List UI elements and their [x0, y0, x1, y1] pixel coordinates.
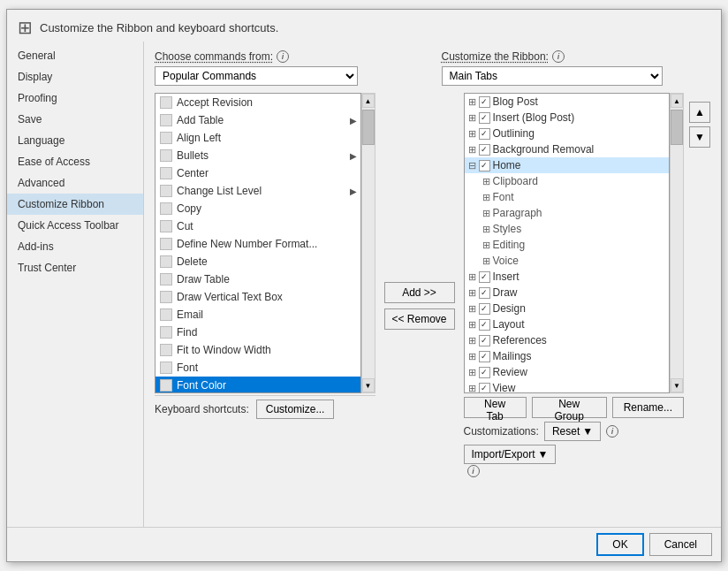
- tree-expand-icon[interactable]: ⊞: [468, 96, 477, 108]
- ribbon-tree-item[interactable]: ⊞Styles: [465, 221, 670, 237]
- command-list-item[interactable]: Accept Revision: [155, 94, 360, 111]
- import-export-info[interactable]: i: [467, 465, 480, 477]
- sidebar-item-trust-center[interactable]: Trust Center: [7, 257, 143, 278]
- new-tab-button[interactable]: New Tab: [464, 397, 527, 418]
- ribbon-tree-item[interactable]: ⊞Review: [465, 364, 670, 380]
- move-down-button[interactable]: ▼: [689, 126, 710, 148]
- tree-expand-icon[interactable]: ⊟: [468, 160, 477, 171]
- add-button[interactable]: Add >>: [384, 282, 455, 303]
- command-list-item[interactable]: Define New Number Format...: [155, 235, 360, 253]
- ribbon-scroll-down[interactable]: ▼: [671, 378, 683, 392]
- reset-button[interactable]: Reset ▼: [544, 422, 601, 441]
- sidebar-item-ease-of-access[interactable]: Ease of Access: [7, 151, 143, 172]
- move-up-button[interactable]: ▲: [689, 102, 710, 123]
- ribbon-tree-item[interactable]: ⊞Mailings: [465, 348, 670, 364]
- tree-expand-icon[interactable]: ⊞: [468, 351, 477, 362]
- ribbon-tree-item[interactable]: ⊞Background Removal: [465, 141, 670, 157]
- tree-checkbox[interactable]: [479, 96, 490, 108]
- ribbon-tree-item[interactable]: ⊞Font: [465, 189, 670, 205]
- command-list-item[interactable]: Fit to Window Width: [155, 341, 360, 359]
- ribbon-tree-item[interactable]: ⊞References: [465, 332, 670, 348]
- command-list-item[interactable]: Cut: [155, 217, 360, 235]
- command-list-item[interactable]: Draw Table: [155, 270, 360, 288]
- ok-button[interactable]: OK: [596, 533, 643, 556]
- scroll-down-btn[interactable]: ▼: [362, 378, 375, 392]
- command-list-item[interactable]: Align Left: [155, 129, 360, 147]
- ribbon-tree-item[interactable]: ⊞Paragraph: [465, 205, 670, 221]
- tree-expand-icon[interactable]: ⊞: [482, 192, 491, 203]
- ribbon-tree-item[interactable]: ⊞Insert (Blog Post): [465, 110, 670, 126]
- ribbon-tree-item[interactable]: ⊟Home: [465, 157, 670, 173]
- command-list-item[interactable]: Copy: [155, 200, 360, 217]
- ribbon-tree-item[interactable]: ⊞View: [465, 380, 670, 393]
- tree-expand-icon[interactable]: ⊞: [468, 303, 477, 315]
- tree-checkbox[interactable]: [479, 160, 490, 171]
- sidebar-item-add-ins[interactable]: Add-ins: [7, 236, 143, 257]
- tree-checkbox[interactable]: [479, 144, 490, 156]
- tree-expand-icon[interactable]: ⊞: [468, 319, 477, 331]
- tree-checkbox[interactable]: [479, 112, 490, 124]
- tree-checkbox[interactable]: [479, 319, 490, 331]
- tree-checkbox[interactable]: [479, 335, 490, 346]
- choose-commands-info[interactable]: i: [277, 50, 289, 63]
- sidebar-item-general[interactable]: General: [7, 45, 143, 66]
- sidebar-item-quick-access-toolbar[interactable]: Quick Access Toolbar: [7, 215, 143, 236]
- remove-button[interactable]: << Remove: [384, 308, 455, 330]
- command-list-item[interactable]: Delete: [155, 253, 360, 270]
- tree-expand-icon[interactable]: ⊞: [468, 287, 477, 299]
- tree-checkbox[interactable]: [479, 303, 490, 315]
- command-list-item[interactable]: Email: [155, 306, 360, 324]
- tree-expand-icon[interactable]: ⊞: [468, 335, 477, 346]
- tree-checkbox[interactable]: [479, 128, 490, 140]
- tree-checkbox[interactable]: [479, 287, 490, 299]
- command-list-item[interactable]: Font Color: [155, 377, 360, 393]
- tree-expand-icon[interactable]: ⊞: [468, 144, 477, 156]
- customize-keyboard-button[interactable]: Customize...: [256, 400, 335, 419]
- sidebar-item-customize-ribbon[interactable]: Customize Ribbon: [7, 194, 143, 215]
- commands-scrollbar[interactable]: ▲ ▼: [361, 93, 375, 393]
- sidebar-item-language[interactable]: Language: [7, 130, 143, 151]
- ribbon-tree-item[interactable]: ⊞Clipboard: [465, 173, 670, 189]
- new-group-button[interactable]: New Group: [532, 397, 607, 418]
- import-export-button[interactable]: Import/Export ▼: [464, 445, 557, 464]
- tree-expand-icon[interactable]: ⊞: [468, 367, 477, 378]
- ribbon-scrollbar[interactable]: ▲ ▼: [670, 93, 684, 393]
- tree-expand-icon[interactable]: ⊞: [482, 240, 491, 251]
- tree-expand-icon[interactable]: ⊞: [482, 176, 491, 187]
- ribbon-tree-item[interactable]: ⊞Blog Post: [465, 94, 670, 110]
- ribbon-tree-item[interactable]: ⊞Editing: [465, 237, 670, 253]
- command-list-item[interactable]: Change List Level▶: [155, 182, 360, 200]
- sidebar-item-proofing[interactable]: Proofing: [7, 88, 143, 109]
- command-list-item[interactable]: Draw Vertical Text Box: [155, 288, 360, 306]
- command-list-item[interactable]: Add Table▶: [155, 111, 360, 129]
- tree-expand-icon[interactable]: ⊞: [482, 224, 491, 235]
- tree-expand-icon[interactable]: ⊞: [468, 112, 477, 124]
- cancel-button[interactable]: Cancel: [649, 533, 712, 556]
- command-list-item[interactable]: Bullets▶: [155, 147, 360, 164]
- customize-ribbon-dropdown[interactable]: Main TabsTool TabsAll Tabs: [442, 66, 663, 86]
- ribbon-tree-item[interactable]: ⊞Layout: [465, 316, 670, 332]
- tree-expand-icon[interactable]: ⊞: [482, 255, 491, 267]
- tree-expand-icon[interactable]: ⊞: [468, 383, 477, 394]
- ribbon-tree-item[interactable]: ⊞Design: [465, 301, 670, 316]
- scroll-up-btn[interactable]: ▲: [362, 94, 375, 108]
- rename-button[interactable]: Rename...: [612, 397, 684, 418]
- command-list-item[interactable]: Font: [155, 359, 360, 377]
- ribbon-tree-item[interactable]: ⊞Voice: [465, 253, 670, 269]
- sidebar-item-display[interactable]: Display: [7, 66, 143, 88]
- tree-expand-icon[interactable]: ⊞: [468, 128, 477, 140]
- choose-commands-dropdown[interactable]: Popular CommandsAll CommandsCommands Not…: [155, 66, 358, 86]
- customize-ribbon-info[interactable]: i: [552, 50, 565, 63]
- ribbon-tree-item[interactable]: ⊞Outlining: [465, 126, 670, 141]
- ribbon-scroll-up[interactable]: ▲: [671, 94, 683, 108]
- tree-checkbox[interactable]: [479, 351, 490, 362]
- command-list-item[interactable]: Center: [155, 164, 360, 182]
- tree-checkbox[interactable]: [479, 383, 490, 394]
- ribbon-tree-item[interactable]: ⊞Draw: [465, 285, 670, 301]
- tree-checkbox[interactable]: [479, 271, 490, 283]
- tree-expand-icon[interactable]: ⊞: [482, 208, 491, 219]
- customizations-info[interactable]: i: [606, 425, 618, 438]
- sidebar-item-save[interactable]: Save: [7, 109, 143, 130]
- sidebar-item-advanced[interactable]: Advanced: [7, 172, 143, 194]
- command-list-item[interactable]: Find: [155, 324, 360, 341]
